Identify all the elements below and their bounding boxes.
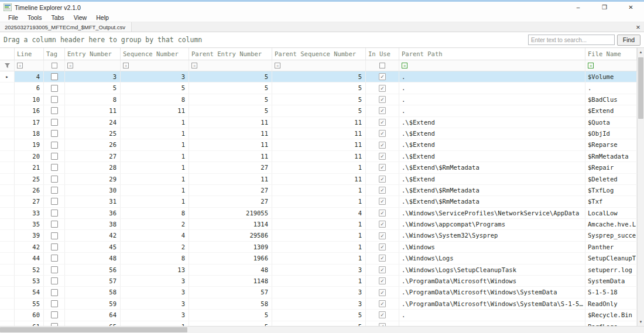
tag-checkbox[interactable]	[51, 73, 58, 80]
tag-checkbox[interactable]	[51, 210, 58, 217]
in-use-checkbox[interactable]	[379, 311, 386, 318]
table-row[interactable]: 55593583.\ProgramData\Microsoft\Windows\…	[0, 298, 637, 310]
group-by-panel[interactable]: Drag a column header here to group by th…	[0, 32, 644, 48]
filter-cell-seq[interactable]: ≡	[121, 60, 189, 71]
table-row[interactable]: ▸43355.$Volume	[0, 71, 637, 83]
column-header-line[interactable]: Line	[15, 48, 44, 60]
minimize-button[interactable]: –	[565, 2, 591, 13]
menu-tabs[interactable]: Tabs	[46, 14, 68, 21]
in-use-checkbox[interactable]	[379, 210, 386, 217]
menu-view[interactable]: View	[69, 14, 92, 21]
in-use-checkbox[interactable]	[379, 153, 386, 160]
table-row[interactable]: 202711111.\$Extend$RmMetadata	[0, 151, 637, 162]
column-header-seq[interactable]: Sequence Number	[121, 48, 189, 60]
find-button[interactable]: Find	[617, 35, 640, 46]
tag-checkbox[interactable]	[51, 119, 58, 126]
in-use-checkbox[interactable]	[379, 176, 386, 183]
filter-cell-entry[interactable]: ≡	[65, 60, 121, 71]
filter-cell-in_use[interactable]	[366, 60, 399, 71]
menu-tools[interactable]: Tools	[23, 14, 47, 21]
vertical-scroll-thumb[interactable]	[638, 57, 643, 119]
in-use-checkbox[interactable]	[379, 85, 386, 92]
table-row[interactable]: 27311271.\$Extend\$RmMetadata$Txf	[0, 196, 637, 207]
column-header-file_name[interactable]: File Name	[585, 48, 637, 60]
tag-checkbox[interactable]	[51, 153, 58, 160]
tag-checkbox[interactable]	[51, 266, 58, 273]
column-header-entry[interactable]: Entry Number	[65, 48, 121, 60]
tag-checkbox[interactable]	[51, 107, 58, 114]
vertical-scrollbar[interactable]: ▲ ▼	[637, 48, 644, 326]
table-row[interactable]: 54583573.\ProgramData\Microsoft\Windows\…	[0, 287, 637, 298]
scroll-up-button[interactable]: ▲	[638, 48, 644, 56]
in-use-checkbox[interactable]	[379, 289, 386, 296]
tag-checkbox[interactable]	[51, 221, 58, 228]
table-row[interactable]: 4448819661.\Windows\LogsSetupCleanupT	[0, 253, 637, 264]
in-use-checkbox[interactable]	[379, 300, 386, 307]
tag-checkbox[interactable]	[51, 130, 58, 137]
in-use-checkbox[interactable]	[379, 277, 386, 284]
table-row[interactable]: 252911111.\$Extend$Deleted	[0, 174, 637, 185]
tag-checkbox[interactable]	[51, 187, 58, 194]
tag-checkbox[interactable]	[51, 300, 58, 307]
in-use-checkbox[interactable]	[379, 107, 386, 114]
tag-checkbox[interactable]	[51, 289, 58, 296]
close-button[interactable]: ✕	[618, 2, 644, 13]
table-row[interactable]: 5357311481.\ProgramData\Microsoft\Window…	[0, 276, 637, 287]
column-header-in_use[interactable]: In Use	[366, 48, 399, 60]
tag-checkbox[interactable]	[51, 198, 58, 205]
tag-checkbox[interactable]	[51, 243, 58, 250]
table-row[interactable]: 182511111.\$Extend$ObjId	[0, 128, 637, 139]
column-header-tag[interactable]: Tag	[44, 48, 65, 60]
horizontal-scrollbar[interactable]	[0, 326, 644, 333]
horizontal-scroll-track[interactable]	[0, 327, 637, 333]
table-row[interactable]: 525613483.\Windows\Logs\SetupCleanupTask…	[0, 265, 637, 276]
scroll-down-button[interactable]: ▼	[638, 318, 644, 326]
in-use-checkbox[interactable]	[379, 96, 386, 103]
in-use-checkbox[interactable]	[379, 232, 386, 239]
table-row[interactable]: 26301271.\$Extend\$RmMetadata$TxfLog	[0, 185, 637, 196]
column-header-p_entry[interactable]: Parent Entry Number	[189, 48, 272, 60]
filter-cell-p_entry[interactable]: ≡	[189, 60, 272, 71]
table-row[interactable]: 3538213141.\Windows\appcompat\ProgramsAm…	[0, 219, 637, 230]
filter-cell-file_name[interactable]: ≡	[585, 60, 637, 71]
filter-cell-parent_path[interactable]: ≡	[399, 60, 585, 71]
maximize-button[interactable]: ❐	[591, 2, 618, 13]
tag-checkbox[interactable]	[51, 176, 58, 183]
in-use-checkbox[interactable]	[379, 198, 386, 205]
tag-checkbox[interactable]	[51, 85, 58, 92]
tab-close-button[interactable]: ✕	[632, 24, 644, 30]
table-row[interactable]: 333682190554.\Windows\ServiceProfiles\Ne…	[0, 208, 637, 219]
vertical-scroll-track[interactable]	[638, 56, 644, 318]
filter-cell-tag[interactable]	[44, 60, 65, 71]
in-use-checkbox[interactable]	[379, 243, 386, 250]
tag-checkbox[interactable]	[51, 277, 58, 284]
table-row[interactable]: 192611111.\$Extend$Reparse	[0, 139, 637, 150]
horizontal-scroll-thumb[interactable]	[0, 327, 187, 332]
in-use-checkbox[interactable]	[379, 130, 386, 137]
in-use-checkbox[interactable]	[379, 255, 386, 262]
filter-cell-line[interactable]: ≡	[15, 60, 44, 71]
table-row[interactable]: 21281271.\$Extend\$RmMetadata$Repair	[0, 162, 637, 173]
table-row[interactable]: 39424295861.\Windows\System32\SysprepSys…	[0, 230, 637, 241]
table-row[interactable]: 6064355.$Recycle.Bin	[0, 310, 637, 321]
tag-checkbox[interactable]	[51, 232, 58, 239]
table-row[interactable]: 172411111.\$Extend$Quota	[0, 117, 637, 128]
tag-checkbox[interactable]	[51, 96, 58, 103]
table-row[interactable]: 108855.$BadClus	[0, 94, 637, 105]
tag-checkbox[interactable]	[51, 164, 58, 171]
menu-file[interactable]: File	[4, 14, 23, 21]
tag-checkbox[interactable]	[51, 142, 58, 149]
in-use-checkbox[interactable]	[379, 142, 386, 149]
tag-checkbox[interactable]	[51, 255, 58, 262]
in-use-checkbox[interactable]	[379, 73, 386, 80]
table-row[interactable]: 4245213091.\WindowsPanther	[0, 242, 637, 253]
tab-mft-output[interactable]: 20250327193005_MFTECmd_$MFT_Output.csv	[0, 22, 132, 32]
table-row[interactable]: 6165155.PerfLogs	[0, 321, 637, 326]
in-use-checkbox[interactable]	[379, 221, 386, 228]
table-row[interactable]: 65555..	[0, 83, 637, 94]
tag-checkbox[interactable]	[51, 311, 58, 318]
filter-cell-p_seq[interactable]: ≡	[272, 60, 366, 71]
in-use-checkbox[interactable]	[379, 266, 386, 273]
menu-help[interactable]: Help	[91, 14, 114, 21]
in-use-checkbox[interactable]	[379, 164, 386, 171]
